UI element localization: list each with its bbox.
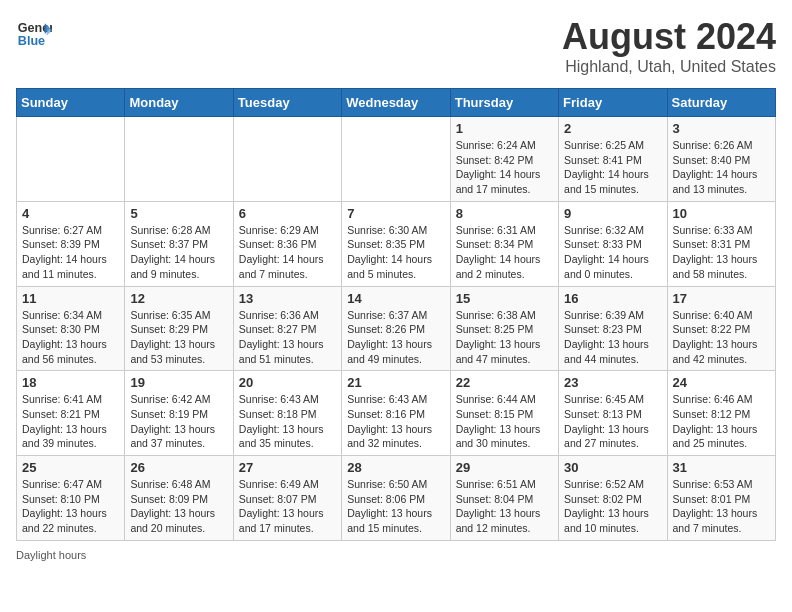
calendar-cell: 24Sunrise: 6:46 AM Sunset: 8:12 PM Dayli…	[667, 371, 775, 456]
main-title: August 2024	[562, 16, 776, 58]
calendar-cell: 13Sunrise: 6:36 AM Sunset: 8:27 PM Dayli…	[233, 286, 341, 371]
calendar-cell: 16Sunrise: 6:39 AM Sunset: 8:23 PM Dayli…	[559, 286, 667, 371]
day-number: 10	[673, 206, 770, 221]
calendar-cell: 27Sunrise: 6:49 AM Sunset: 8:07 PM Dayli…	[233, 456, 341, 541]
day-number: 2	[564, 121, 661, 136]
calendar-cell: 12Sunrise: 6:35 AM Sunset: 8:29 PM Dayli…	[125, 286, 233, 371]
day-header-wednesday: Wednesday	[342, 89, 450, 117]
day-header-thursday: Thursday	[450, 89, 558, 117]
day-info: Sunrise: 6:53 AM Sunset: 8:01 PM Dayligh…	[673, 477, 770, 536]
week-row-5: 25Sunrise: 6:47 AM Sunset: 8:10 PM Dayli…	[17, 456, 776, 541]
day-info: Sunrise: 6:43 AM Sunset: 8:16 PM Dayligh…	[347, 392, 444, 451]
day-number: 22	[456, 375, 553, 390]
day-info: Sunrise: 6:32 AM Sunset: 8:33 PM Dayligh…	[564, 223, 661, 282]
calendar-cell: 18Sunrise: 6:41 AM Sunset: 8:21 PM Dayli…	[17, 371, 125, 456]
day-info: Sunrise: 6:47 AM Sunset: 8:10 PM Dayligh…	[22, 477, 119, 536]
day-number: 17	[673, 291, 770, 306]
calendar-header: SundayMondayTuesdayWednesdayThursdayFrid…	[17, 89, 776, 117]
day-number: 23	[564, 375, 661, 390]
calendar-cell: 30Sunrise: 6:52 AM Sunset: 8:02 PM Dayli…	[559, 456, 667, 541]
day-info: Sunrise: 6:43 AM Sunset: 8:18 PM Dayligh…	[239, 392, 336, 451]
subtitle: Highland, Utah, United States	[562, 58, 776, 76]
calendar-cell: 14Sunrise: 6:37 AM Sunset: 8:26 PM Dayli…	[342, 286, 450, 371]
day-header-monday: Monday	[125, 89, 233, 117]
day-info: Sunrise: 6:31 AM Sunset: 8:34 PM Dayligh…	[456, 223, 553, 282]
day-info: Sunrise: 6:25 AM Sunset: 8:41 PM Dayligh…	[564, 138, 661, 197]
calendar-cell: 26Sunrise: 6:48 AM Sunset: 8:09 PM Dayli…	[125, 456, 233, 541]
calendar-cell: 2Sunrise: 6:25 AM Sunset: 8:41 PM Daylig…	[559, 117, 667, 202]
day-number: 7	[347, 206, 444, 221]
calendar-cell: 31Sunrise: 6:53 AM Sunset: 8:01 PM Dayli…	[667, 456, 775, 541]
day-info: Sunrise: 6:39 AM Sunset: 8:23 PM Dayligh…	[564, 308, 661, 367]
day-header-sunday: Sunday	[17, 89, 125, 117]
day-info: Sunrise: 6:38 AM Sunset: 8:25 PM Dayligh…	[456, 308, 553, 367]
day-number: 1	[456, 121, 553, 136]
calendar-cell: 25Sunrise: 6:47 AM Sunset: 8:10 PM Dayli…	[17, 456, 125, 541]
day-info: Sunrise: 6:41 AM Sunset: 8:21 PM Dayligh…	[22, 392, 119, 451]
calendar-cell: 11Sunrise: 6:34 AM Sunset: 8:30 PM Dayli…	[17, 286, 125, 371]
day-number: 16	[564, 291, 661, 306]
day-info: Sunrise: 6:26 AM Sunset: 8:40 PM Dayligh…	[673, 138, 770, 197]
calendar-cell: 4Sunrise: 6:27 AM Sunset: 8:39 PM Daylig…	[17, 201, 125, 286]
calendar-cell: 8Sunrise: 6:31 AM Sunset: 8:34 PM Daylig…	[450, 201, 558, 286]
day-number: 12	[130, 291, 227, 306]
day-number: 30	[564, 460, 661, 475]
day-number: 3	[673, 121, 770, 136]
calendar-cell: 6Sunrise: 6:29 AM Sunset: 8:36 PM Daylig…	[233, 201, 341, 286]
calendar-cell: 28Sunrise: 6:50 AM Sunset: 8:06 PM Dayli…	[342, 456, 450, 541]
day-number: 4	[22, 206, 119, 221]
day-number: 18	[22, 375, 119, 390]
logo: General Blue	[16, 16, 52, 52]
day-info: Sunrise: 6:50 AM Sunset: 8:06 PM Dayligh…	[347, 477, 444, 536]
calendar-cell	[17, 117, 125, 202]
day-info: Sunrise: 6:52 AM Sunset: 8:02 PM Dayligh…	[564, 477, 661, 536]
day-info: Sunrise: 6:48 AM Sunset: 8:09 PM Dayligh…	[130, 477, 227, 536]
day-number: 14	[347, 291, 444, 306]
day-number: 29	[456, 460, 553, 475]
calendar-cell: 15Sunrise: 6:38 AM Sunset: 8:25 PM Dayli…	[450, 286, 558, 371]
calendar-cell: 3Sunrise: 6:26 AM Sunset: 8:40 PM Daylig…	[667, 117, 775, 202]
day-info: Sunrise: 6:37 AM Sunset: 8:26 PM Dayligh…	[347, 308, 444, 367]
calendar-cell: 21Sunrise: 6:43 AM Sunset: 8:16 PM Dayli…	[342, 371, 450, 456]
calendar-cell	[125, 117, 233, 202]
logo-icon: General Blue	[16, 16, 52, 52]
day-number: 28	[347, 460, 444, 475]
day-number: 26	[130, 460, 227, 475]
day-info: Sunrise: 6:42 AM Sunset: 8:19 PM Dayligh…	[130, 392, 227, 451]
calendar-cell	[342, 117, 450, 202]
week-row-3: 11Sunrise: 6:34 AM Sunset: 8:30 PM Dayli…	[17, 286, 776, 371]
page-header: General Blue August 2024 Highland, Utah,…	[16, 16, 776, 76]
day-info: Sunrise: 6:28 AM Sunset: 8:37 PM Dayligh…	[130, 223, 227, 282]
calendar-cell: 23Sunrise: 6:45 AM Sunset: 8:13 PM Dayli…	[559, 371, 667, 456]
day-info: Sunrise: 6:40 AM Sunset: 8:22 PM Dayligh…	[673, 308, 770, 367]
day-number: 15	[456, 291, 553, 306]
calendar-cell: 7Sunrise: 6:30 AM Sunset: 8:35 PM Daylig…	[342, 201, 450, 286]
calendar-cell: 1Sunrise: 6:24 AM Sunset: 8:42 PM Daylig…	[450, 117, 558, 202]
day-info: Sunrise: 6:27 AM Sunset: 8:39 PM Dayligh…	[22, 223, 119, 282]
calendar-cell: 5Sunrise: 6:28 AM Sunset: 8:37 PM Daylig…	[125, 201, 233, 286]
day-info: Sunrise: 6:34 AM Sunset: 8:30 PM Dayligh…	[22, 308, 119, 367]
day-number: 27	[239, 460, 336, 475]
day-number: 24	[673, 375, 770, 390]
day-header-tuesday: Tuesday	[233, 89, 341, 117]
day-header-saturday: Saturday	[667, 89, 775, 117]
calendar-cell: 9Sunrise: 6:32 AM Sunset: 8:33 PM Daylig…	[559, 201, 667, 286]
day-info: Sunrise: 6:49 AM Sunset: 8:07 PM Dayligh…	[239, 477, 336, 536]
footer: Daylight hours	[16, 549, 776, 561]
day-info: Sunrise: 6:44 AM Sunset: 8:15 PM Dayligh…	[456, 392, 553, 451]
day-info: Sunrise: 6:46 AM Sunset: 8:12 PM Dayligh…	[673, 392, 770, 451]
week-row-1: 1Sunrise: 6:24 AM Sunset: 8:42 PM Daylig…	[17, 117, 776, 202]
day-number: 20	[239, 375, 336, 390]
day-info: Sunrise: 6:45 AM Sunset: 8:13 PM Dayligh…	[564, 392, 661, 451]
week-row-4: 18Sunrise: 6:41 AM Sunset: 8:21 PM Dayli…	[17, 371, 776, 456]
day-number: 13	[239, 291, 336, 306]
day-info: Sunrise: 6:51 AM Sunset: 8:04 PM Dayligh…	[456, 477, 553, 536]
day-info: Sunrise: 6:35 AM Sunset: 8:29 PM Dayligh…	[130, 308, 227, 367]
day-number: 6	[239, 206, 336, 221]
footer-text: Daylight hours	[16, 549, 86, 561]
calendar-cell: 29Sunrise: 6:51 AM Sunset: 8:04 PM Dayli…	[450, 456, 558, 541]
calendar-cell	[233, 117, 341, 202]
day-info: Sunrise: 6:29 AM Sunset: 8:36 PM Dayligh…	[239, 223, 336, 282]
calendar-table: SundayMondayTuesdayWednesdayThursdayFrid…	[16, 88, 776, 541]
calendar-cell: 20Sunrise: 6:43 AM Sunset: 8:18 PM Dayli…	[233, 371, 341, 456]
